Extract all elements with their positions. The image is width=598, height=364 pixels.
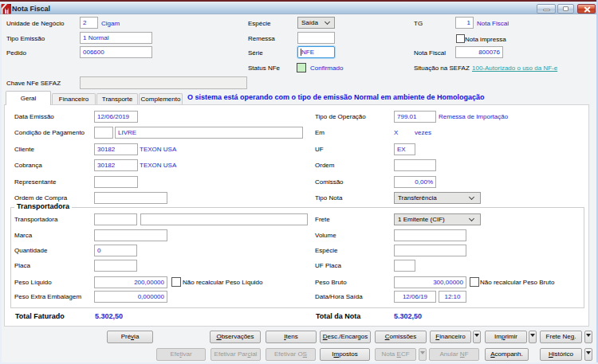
svg-text:ii: ii (6, 9, 9, 14)
